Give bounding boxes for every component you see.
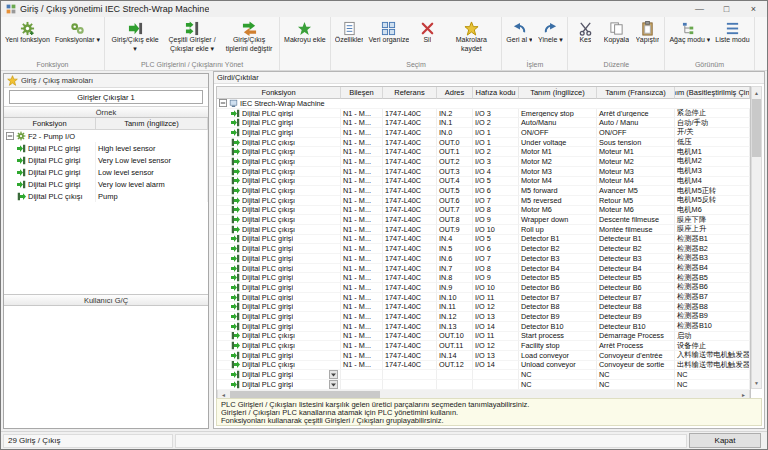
toolbar-yeni-fonksiyon-button[interactable]: Yeni fonksiyon xyxy=(3,19,52,46)
io-row[interactable]: Dijital PLC girişiN1 - M...1747-L40CIN.1… xyxy=(217,293,750,303)
column-header[interactable]: Adres xyxy=(437,87,473,99)
toolbar-veri-organize-button[interactable]: Veri organize xyxy=(366,19,411,46)
io-row[interactable]: Dijital PLC girişiN1 - M...1747-L40CIN.1… xyxy=(217,322,750,332)
io-row[interactable]: Dijital PLC çıkışıN1 - M...1747-L40COUT.… xyxy=(217,186,750,196)
io-cell: Détecteur B8 xyxy=(597,302,675,312)
io-cell: NC xyxy=(675,370,750,380)
left-tree-item[interactable]: Dijital PLC girişiHigh level sensor xyxy=(4,142,208,154)
io-row[interactable]: Dijital PLC girişiN1 - M...1747-L40CIN.1… xyxy=(217,118,750,128)
toolbar-button-label: Yeni fonksiyon xyxy=(5,36,50,45)
toolbar-kes-button[interactable]: Kes xyxy=(570,19,600,46)
io-row[interactable]: Dijital PLC çıkışıN1 - M...1747-L40COUT.… xyxy=(217,206,750,216)
io-cell: IN.0 xyxy=(437,128,473,138)
io-row[interactable]: Dijital PLC çıkışıN1 - M...1747-L40COUT.… xyxy=(217,196,750,206)
list-mode-icon xyxy=(725,20,740,36)
left-item-function: Dijital PLC girişi xyxy=(28,180,81,189)
toolbar-a-a-modu-button[interactable]: Ağaç modu ▾ xyxy=(667,19,712,46)
toolbar-sil-button[interactable]: Sil xyxy=(412,19,442,46)
io-cell: I/O 11 xyxy=(473,332,519,342)
io-cell: N1 - M... xyxy=(341,177,383,187)
toolbar-e-itli-giri-ler-k-lar-ekle-button[interactable]: Çeşitli Girişler / Çıkışlar ekle ▾ xyxy=(164,19,220,54)
column-header[interactable]: Bileşen xyxy=(341,87,383,99)
io-row[interactable]: Dijital PLC çıkışıN1 - M...1747-L40COUT.… xyxy=(217,225,750,235)
io-cell: Detector B10 xyxy=(519,322,597,332)
plc-input-icon xyxy=(231,351,240,360)
io-row[interactable]: Dijital PLC girişiN1 - M...1747-L40CIN.0… xyxy=(217,128,750,138)
left-item-description: Pump xyxy=(96,190,208,202)
io-row[interactable]: Dijital PLC girişiN1 - M...1747-L40CIN.7… xyxy=(217,264,750,274)
io-cell: IN.10 xyxy=(437,293,473,303)
column-header[interactable]: Tanım (İngilizce) xyxy=(519,87,597,99)
io-row[interactable]: Dijital PLC çıkışıN1 - M...1747-L40COUT.… xyxy=(217,147,750,157)
plc-output-icon xyxy=(231,215,240,224)
column-header[interactable]: Tanım (Fransızca) xyxy=(597,87,675,99)
toolbar-fonksiyonlar-button[interactable]: Fonksiyonlar ▾ xyxy=(53,19,102,46)
chevron-down-icon[interactable] xyxy=(329,370,338,379)
io-row[interactable]: Dijital PLC çıkışıN1 - M...1747-L40COUT.… xyxy=(217,157,750,167)
io-row[interactable]: Dijital PLC girişiN1 - M...1747-L40CIN.8… xyxy=(217,273,750,283)
scroll-down-icon[interactable]: ▼ xyxy=(751,377,762,388)
close-window-button[interactable]: × xyxy=(740,1,767,17)
toolbar-geri-al-button[interactable]: Geri al ▾ xyxy=(504,19,534,46)
io-cell: 电机M5正转 xyxy=(675,186,750,196)
io-row[interactable]: Dijital PLC girişiN1 - M...1747-L40CIN.6… xyxy=(217,254,750,264)
io-row[interactable]: Dijital PLC çıkışıN1 - M...1747-L40COUT.… xyxy=(217,167,750,177)
column-header[interactable]: Referans xyxy=(383,87,437,99)
toolbar-liste-modu-button[interactable]: Liste modu xyxy=(713,19,751,46)
scroll-up-icon[interactable]: ▲ xyxy=(751,87,762,98)
left-tree-item[interactable]: Dijital PLC çıkışıPump xyxy=(4,190,208,202)
io-cell: Detector B9 xyxy=(519,312,597,322)
io-row[interactable]: Dijital PLC girişiN1 - M...1747-L40CIN.1… xyxy=(217,312,750,322)
left-tree-item[interactable]: Dijital PLC girişiVery Low level sensor xyxy=(4,154,208,166)
io-row[interactable]: Dijital PLC çıkışıN1 - M...1747-L40COUT.… xyxy=(217,341,750,351)
io-set-selector[interactable]: Girişler Çıkışlar 1 xyxy=(9,90,203,104)
io-row[interactable]: Dijital PLC girişiNCNCNC xyxy=(217,370,750,380)
toolbar-giri-k-tiplerini-de-i-tir-button[interactable]: Giriş/Çıkış tiplerini değiştir ▾ xyxy=(221,19,277,54)
minimize-button[interactable]: — xyxy=(686,1,713,17)
example-section-header[interactable]: Örnek xyxy=(4,106,208,118)
toolbar-makroyu-ekle-button[interactable]: Makroyu ekle xyxy=(282,19,328,46)
ribbon-group-label xyxy=(282,59,328,70)
left-column-header[interactable]: Fonksiyon xyxy=(4,118,96,130)
io-row[interactable]: Dijital PLC girişiN1 - M...1747-L40CIN.4… xyxy=(217,235,750,245)
column-header[interactable]: Fonksiyon xyxy=(217,87,341,99)
toolbar-makrolara-kaydet-button[interactable]: Makrolara kaydet xyxy=(443,19,499,54)
favorites-star-icon[interactable] xyxy=(7,75,18,86)
toolbar-yinele-button[interactable]: Yinele ▾ xyxy=(535,19,565,46)
io-row[interactable]: Dijital PLC girişiN1 - M...1747-L40CIN.2… xyxy=(217,109,750,119)
column-header[interactable]: Tanım (Basitleştirilmiş Çince) xyxy=(675,87,750,99)
io-cell: 1747-L40C xyxy=(383,244,437,254)
user-io-section-header[interactable]: Kullanıcı G/Ç xyxy=(4,294,208,306)
left-tree-item[interactable]: Dijital PLC girişiLow level sensor xyxy=(4,166,208,178)
io-row[interactable]: Dijital PLC çıkışıN1 - M...1747-L40COUT.… xyxy=(217,361,750,371)
vertical-scrollbar[interactable]: ▲ ▼ xyxy=(751,86,762,389)
plc-input-icon xyxy=(231,235,240,244)
io-row[interactable]: Dijital PLC girişiNCNCNC xyxy=(217,380,750,390)
io-row[interactable]: Dijital PLC girişiN1 - M...1747-L40CIN.1… xyxy=(217,302,750,312)
io-row[interactable]: Dijital PLC girişiN1 - M...1747-L40CIN.5… xyxy=(217,244,750,254)
ribbon-group: Ağaç modu ▾Liste moduGörünüm xyxy=(665,17,754,70)
toolbar-zellikler-button[interactable]: Özellikler xyxy=(333,19,366,46)
toolbar-kopyala-button[interactable]: Kopyala xyxy=(601,19,631,46)
io-function: Dijital PLC girişi xyxy=(242,293,293,302)
vertical-scroll-thumb[interactable] xyxy=(752,99,761,157)
io-row[interactable]: Dijital PLC çıkışıN1 - M...1747-L40COUT.… xyxy=(217,177,750,187)
io-row[interactable]: Dijital PLC çıkışıN1 - M...1747-L40COUT.… xyxy=(217,332,750,342)
io-row[interactable]: Dijital PLC girişiN1 - M...1747-L40CIN.9… xyxy=(217,283,750,293)
left-column-header[interactable]: Tanım (İngilizce) xyxy=(96,118,208,130)
left-tree-item[interactable]: Dijital PLC girişiVery low level alarm xyxy=(4,178,208,190)
grid-root-row[interactable]: IEC Strech-Wrap Machine xyxy=(217,99,750,109)
maximize-button[interactable]: □ xyxy=(713,1,740,17)
left-tree-root-row[interactable]: F2 - Pump I/O xyxy=(4,130,208,142)
column-header[interactable]: Hafıza kodu xyxy=(473,87,519,99)
io-cell: 电机M2 xyxy=(675,157,750,167)
io-row[interactable]: Dijital PLC çıkışıN1 - M...1747-L40COUT.… xyxy=(217,215,750,225)
io-row[interactable]: Dijital PLC çıkışıN1 - M...1747-L40COUT.… xyxy=(217,138,750,148)
io-cell: OUT.9 xyxy=(437,225,473,235)
close-dialog-button[interactable]: Kapat xyxy=(689,433,761,448)
io-row[interactable]: Dijital PLC girişiN1 - M...1747-L40CIN.1… xyxy=(217,351,750,361)
toolbar-yap-t-r-button[interactable]: Yapıştır xyxy=(632,19,662,46)
toolbar-giri-k-ekle-button[interactable]: Giriş/Çıkış ekle ▾ xyxy=(107,19,163,54)
chevron-down-icon[interactable] xyxy=(329,380,338,389)
io-cell: 出料输送带电机触发器 xyxy=(675,361,750,371)
